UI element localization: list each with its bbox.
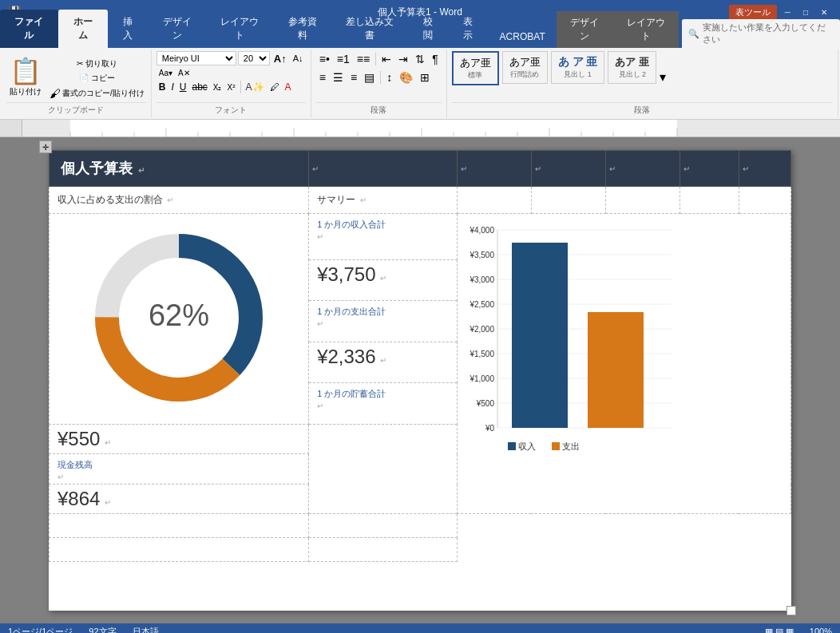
font-size-select[interactable]: 20 [238, 51, 270, 65]
paste-icon: 📋 [10, 56, 42, 86]
cash-value-cell: ¥864 ↵ [50, 485, 309, 514]
expense-value-cell: ¥2,336 ↵ [309, 342, 458, 382]
font-family-select[interactable]: Meiryo UI [157, 51, 236, 65]
align-left-button[interactable]: ≡ [316, 69, 329, 85]
main-doc-table: 個人予算表 ↵ ↵ ↵ ↵ ↵ ↵ ↵ [49, 150, 791, 562]
income-value-cell: ¥3,750 ↵ [309, 259, 458, 300]
cut-button[interactable]: ✂ 切り取り [48, 57, 146, 70]
tab-acrobat[interactable]: ACROBAT [489, 26, 557, 48]
empty-row-cell-1 [50, 514, 309, 538]
move-handle[interactable]: ✛ [39, 140, 52, 153]
tab-insert[interactable]: 挿入 [108, 10, 148, 48]
multilevel-list-button[interactable]: ≡≡ [354, 51, 373, 67]
font-row-3: B I U abc X₂ X² A✨ 🖊 A [157, 81, 306, 93]
header-cell-5: ↵ [605, 151, 680, 187]
para-mark-s: ↵ [360, 196, 367, 204]
style-standard[interactable]: あア亜 標準 [452, 51, 499, 85]
minimize-button[interactable]: ─ [780, 6, 795, 18]
styles-expand-button[interactable]: ▾ [660, 69, 666, 85]
svg-text:¥500: ¥500 [476, 399, 495, 408]
tab-home[interactable]: ホーム [58, 10, 108, 48]
para-row-2: ≡ ☰ ≡ ▤ ↕ 🎨 ⊞ [316, 69, 442, 85]
para-mark-sv: ↵ [105, 438, 111, 447]
savings-label: 1 か月の貯蓄合計 [317, 388, 449, 400]
borders-button[interactable]: ⊞ [417, 69, 433, 85]
copy-button[interactable]: 📄 コピー [48, 72, 146, 85]
style-heading1[interactable]: あ ア 亜 見出し 1 [551, 51, 605, 84]
styles-scroll-btn[interactable]: ▾ [660, 51, 666, 102]
align-right-button[interactable]: ≡ [347, 69, 360, 85]
tool-tab-layout[interactable]: レイアウト [613, 11, 679, 48]
clear-format-button[interactable]: A✕ [176, 68, 192, 78]
font-shrink-button[interactable]: A↓ [291, 53, 306, 64]
line-spacing-button[interactable]: ↕ [383, 69, 395, 85]
restore-button[interactable]: □ [798, 6, 813, 18]
italic-button[interactable]: I [168, 81, 176, 93]
sort-button[interactable]: ⇅ [412, 51, 428, 67]
table-row-empty-1 [50, 514, 791, 538]
style-heading1-preview: あ ア 亜 [558, 55, 598, 69]
svg-text:収入: 収入 [518, 441, 536, 451]
zoom-level: 100% [810, 627, 832, 633]
table-row-empty-2 [50, 538, 791, 562]
case-button[interactable]: Aa▾ [157, 68, 175, 78]
ruler-area [0, 120, 840, 137]
subscript-button[interactable]: X₂ [211, 82, 224, 93]
summary-ratio-cell: 収入に占める支出の割合 ↵ [50, 187, 309, 214]
numbering-button[interactable]: ≡1 [334, 51, 353, 67]
close-button[interactable]: ✕ [816, 6, 832, 18]
style-linespacing[interactable]: あア亜 行間詰め [502, 51, 548, 84]
ribbon-group-styles: あア亜 標準 あア亜 行間詰め あ ア 亜 見出し 1 あア 亜 見出し 2 ▾… [447, 49, 838, 117]
para-mark-il: ↵ [317, 232, 323, 241]
format-copy-button[interactable]: 🖌書式のコピー/貼り付け [48, 86, 146, 101]
increase-indent-button[interactable]: ⇥ [395, 51, 411, 67]
tool-tab-design[interactable]: デザイン [557, 11, 613, 48]
highlight-button[interactable]: 🖊 [267, 81, 282, 93]
resize-handle[interactable] [787, 606, 796, 615]
page-count: 1ページ/1ページ [8, 626, 73, 634]
clipboard-sub-actions: ✂ 切り取り 📄 コピー 🖌書式のコピー/貼り付け [48, 57, 146, 101]
header-cell-2: ↵ [309, 151, 458, 187]
status-bar: 1ページ/1ページ 92文字 日本語 ▦ ▤ ▦ 100% [0, 623, 840, 633]
style-heading2[interactable]: あア 亜 見出し 2 [608, 51, 656, 84]
tab-references[interactable]: 参考資料 [273, 10, 331, 48]
view-buttons: ▦ ▤ ▦ [765, 627, 794, 634]
para-mark: ↵ [167, 196, 173, 204]
tab-file[interactable]: ファイル [0, 10, 58, 48]
paste-button[interactable]: 📋 貼り付け [6, 54, 45, 99]
shading-button[interactable]: 🎨 [396, 69, 416, 85]
cash-label-cell: 現金残高 ↵ [50, 454, 309, 485]
decrease-indent-button[interactable]: ⇤ [378, 51, 394, 67]
font-color-button[interactable]: A [283, 81, 294, 93]
empty-row2-cell-1 [50, 538, 309, 562]
align-center-button[interactable]: ☰ [330, 69, 347, 85]
bar-chart-cell: ¥4,000 ¥3,500 ¥3,000 ¥2,500 ¥2,000 ¥1,50… [457, 214, 790, 514]
empty-cell-1 [457, 187, 531, 214]
paragraph-mark-title: ↵ [138, 166, 145, 175]
para-mark-cl: ↵ [57, 473, 64, 481]
svg-text:¥0: ¥0 [485, 424, 495, 433]
tab-design[interactable]: デザイン [148, 10, 206, 48]
bullets-button[interactable]: ≡• [316, 51, 333, 67]
empty-row-cell-2 [309, 514, 458, 538]
savings-label-cell: 1 か月の貯蓄合計 ↵ [309, 382, 458, 424]
font-grow-button[interactable]: A↑ [271, 52, 289, 65]
tool-tabs-section: デザイン レイアウト [557, 11, 680, 48]
text-effect-button[interactable]: A✨ [244, 81, 267, 93]
ruler-corner [0, 120, 22, 136]
cash-label: 現金残高 [57, 459, 300, 471]
search-placeholder: 実施したい作業を入力してください [703, 22, 834, 45]
bold-button[interactable]: B [157, 81, 168, 93]
svg-rect-45 [508, 442, 516, 450]
summary-ratio-label: 収入に占める支出の割合 [57, 194, 163, 205]
underline-button[interactable]: U [177, 81, 189, 93]
superscript-button[interactable]: X² [225, 82, 238, 93]
tab-layout[interactable]: レイアウト [206, 10, 273, 48]
strikethrough-button[interactable]: abc [189, 81, 209, 93]
savings-value-cell: ¥550 ↵ [50, 425, 309, 454]
font-row-2: Aa▾ A✕ [157, 68, 306, 78]
expense-label: 1 か月の支出合計 [317, 306, 449, 318]
show-marks-button[interactable]: ¶ [429, 51, 442, 67]
style-heading1-label: 見出し 1 [558, 69, 598, 80]
justify-button[interactable]: ▤ [361, 69, 378, 85]
